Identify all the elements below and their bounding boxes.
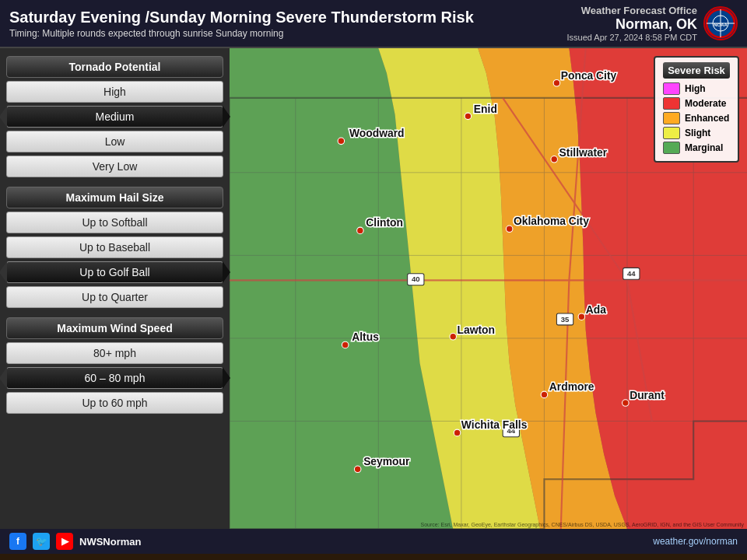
svg-point-29 <box>506 226 513 233</box>
main-container: Saturday Evening /Sunday Morning Severe … <box>0 0 747 560</box>
svg-text:Wichita Falls: Wichita Falls <box>461 418 528 431</box>
tornado-section-header: Tornado Potential <box>6 56 223 78</box>
nws-logo: NOAA <box>703 6 738 40</box>
svg-point-31 <box>450 334 457 341</box>
facebook-icon[interactable]: f <box>9 533 26 550</box>
legend-color-moderate <box>663 97 680 110</box>
svg-text:Stillwater: Stillwater <box>559 146 608 159</box>
twitter-icon[interactable]: 🐦 <box>33 533 50 550</box>
source-text: Source: Esri, Maxar, GeoEye, Earthstar G… <box>421 522 744 527</box>
header-subtitle: Timing: Multiple rounds expected through… <box>9 28 566 39</box>
header-right-row: Weather Forecast Office Norman, OK Issue… <box>566 5 738 42</box>
svg-text:Clinton: Clinton <box>366 216 403 229</box>
wind-60-80[interactable]: 60 – 80 mph <box>6 367 223 389</box>
legend-label-marginal: Marginal <box>685 142 723 153</box>
svg-point-27 <box>551 156 558 163</box>
map-area: 40 35 44 44 <box>230 48 747 529</box>
nws-issued: Issued Apr 27, 2024 8:58 PM CDT <box>566 33 697 42</box>
svg-text:Seymour: Seymour <box>363 455 410 467</box>
legend-label-high: High <box>685 83 706 94</box>
svg-text:NOAA: NOAA <box>714 23 728 27</box>
legend-item-enhanced: Enhanced <box>663 112 730 124</box>
footer-social: f 🐦 ▶ NWSNorman <box>9 533 141 550</box>
hail-quarter[interactable]: Up to Quarter <box>6 286 223 308</box>
legend-color-enhanced <box>663 112 680 124</box>
hail-softball[interactable]: Up to Softball <box>6 212 223 233</box>
svg-text:Lawton: Lawton <box>458 324 495 336</box>
nws-office: Weather Forecast Office <box>566 5 697 16</box>
svg-point-34 <box>622 400 630 407</box>
svg-text:Durant: Durant <box>630 389 665 401</box>
svg-point-33 <box>541 391 548 398</box>
hail-section-header: Maximum Hail Size <box>6 187 223 208</box>
tornado-low[interactable]: Low <box>6 131 223 152</box>
svg-text:Altus: Altus <box>352 331 379 343</box>
svg-text:Oklahoma City: Oklahoma City <box>514 215 589 227</box>
youtube-icon[interactable]: ▶ <box>56 533 73 550</box>
tornado-very-low[interactable]: Very Low <box>6 156 223 177</box>
header-left: Saturday Evening /Sunday Morning Severe … <box>9 8 566 39</box>
social-handle: NWSNorman <box>79 536 141 548</box>
nws-location: Norman, OK <box>566 16 697 33</box>
svg-text:Woodward: Woodward <box>349 127 405 139</box>
hail-baseball[interactable]: Up to Baseball <box>6 236 223 258</box>
footer-url[interactable]: weather.gov/norman <box>653 536 738 547</box>
left-panel: Tornado Potential High Medium Low Very L… <box>0 48 230 529</box>
legend-item-moderate: Moderate <box>663 97 730 110</box>
svg-text:Ada: Ada <box>586 303 606 316</box>
svg-point-35 <box>454 429 461 436</box>
hail-golf-ball[interactable]: Up to Golf Ball <box>6 261 223 283</box>
header: Saturday Evening /Sunday Morning Severe … <box>0 0 747 48</box>
svg-point-25 <box>465 113 472 120</box>
content-area: Tornado Potential High Medium Low Very L… <box>0 48 747 529</box>
svg-text:Enid: Enid <box>474 103 497 115</box>
legend-label-moderate: Moderate <box>685 98 726 109</box>
svg-point-30 <box>342 341 349 348</box>
tornado-high[interactable]: High <box>6 81 223 103</box>
legend-title: Severe Risk <box>663 62 730 79</box>
svg-point-36 <box>354 466 361 473</box>
legend-item-slight: Slight <box>663 127 730 139</box>
legend-item-marginal: Marginal <box>663 142 730 154</box>
svg-point-32 <box>578 313 585 320</box>
wind-80plus[interactable]: 80+ mph <box>6 342 223 364</box>
svg-point-28 <box>357 227 364 234</box>
svg-point-24 <box>338 138 345 145</box>
legend-color-slight <box>663 127 680 139</box>
legend-color-marginal <box>663 142 680 154</box>
svg-text:Ponca City: Ponca City <box>561 69 617 82</box>
legend-label-enhanced: Enhanced <box>685 113 729 124</box>
svg-point-26 <box>553 79 560 86</box>
svg-text:35: 35 <box>561 315 570 324</box>
legend: Severe Risk High Moderate Enhanced Sligh… <box>654 56 739 163</box>
footer: f 🐦 ▶ NWSNorman weather.gov/norman <box>0 529 747 554</box>
svg-text:40: 40 <box>412 275 420 283</box>
svg-text:Ardmore: Ardmore <box>549 380 594 393</box>
svg-text:44: 44 <box>627 269 636 278</box>
wind-section-header: Maximum Wind Speed <box>6 317 223 339</box>
page-title: Saturday Evening /Sunday Morning Severe … <box>9 8 566 26</box>
tornado-medium[interactable]: Medium <box>6 106 223 128</box>
legend-label-slight: Slight <box>685 128 710 138</box>
legend-color-high <box>663 82 680 95</box>
header-right-text: Weather Forecast Office Norman, OK Issue… <box>566 5 697 42</box>
legend-item-high: High <box>663 82 730 95</box>
wind-up-to-60[interactable]: Up to 60 mph <box>6 392 223 414</box>
